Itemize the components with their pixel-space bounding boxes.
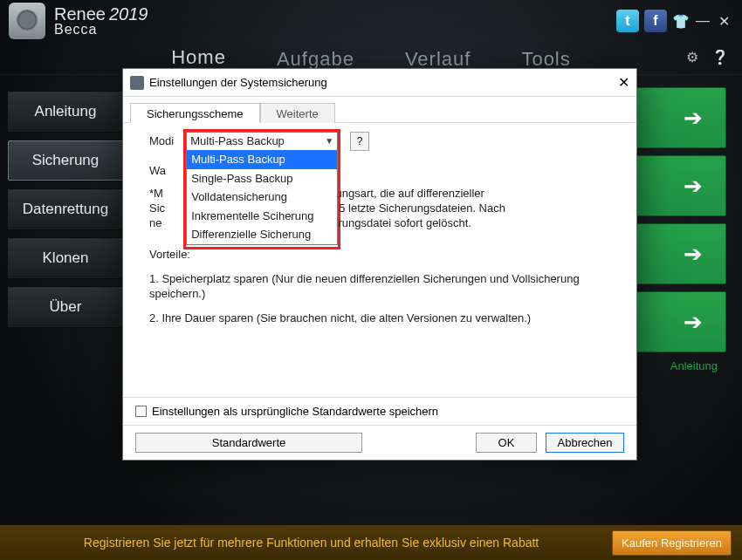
- help-icon[interactable]: ❔: [711, 47, 730, 66]
- app-title-line2: Becca: [54, 23, 148, 37]
- modi-help-button[interactable]: ?: [350, 132, 369, 151]
- modi-label: Modi: [149, 133, 174, 149]
- sidebar-item-datenrettung[interactable]: Datenrettung: [7, 188, 124, 230]
- settings-dialog: Einstellungen der Systemsicherung ✕ Sich…: [122, 68, 637, 461]
- sidebar-item-ueber[interactable]: Über: [7, 286, 124, 328]
- modi-option-inkrementell[interactable]: Inkrementelle Sciherung: [187, 207, 337, 226]
- app-window: Renee2019 Becca t f 👕 — ✕ Home Aufgabe V…: [0, 0, 742, 560]
- dialog-icon: [130, 76, 144, 90]
- dialog-tab-weiterte[interactable]: Weiterte: [260, 103, 335, 123]
- titlebar: Renee2019 Becca t f 👕 — ✕: [0, 0, 742, 42]
- advantage-1: 1. Speicherplatz sparen (Nur die neuen d…: [149, 271, 610, 302]
- twitter-icon[interactable]: t: [616, 10, 639, 32]
- skin-icon[interactable]: 👕: [672, 13, 690, 30]
- brand: Renee: [54, 4, 106, 24]
- app-logo-icon: [9, 3, 45, 39]
- desc-fragment-sic: Sic: [149, 201, 165, 216]
- arrow-right-icon: ➔: [684, 241, 703, 268]
- settings-gear-icon[interactable]: ⚙: [683, 47, 702, 66]
- desc-fragment-ne: ne: [149, 215, 161, 231]
- footer-message: Registrieren Sie jetzt für mehrere Funkt…: [84, 536, 539, 550]
- modi-combobox[interactable]: Multi-Pass Backup ▼: [186, 132, 338, 151]
- modi-option-multipass[interactable]: Multi-Pass Backup: [187, 150, 337, 169]
- dialog-button-row: Standardwerte OK Abbrechen: [123, 425, 636, 460]
- desc-line3-tail: herungsdatei sofort gelöscht.: [326, 215, 471, 231]
- ok-button[interactable]: OK: [476, 433, 537, 453]
- wa-fragment: Wa: [149, 163, 166, 179]
- chevron-down-icon: ▼: [325, 135, 333, 147]
- dialog-close-button[interactable]: ✕: [618, 74, 629, 91]
- cancel-button[interactable]: Abbrechen: [546, 433, 624, 453]
- modi-option-volldaten[interactable]: Volldatensicherung: [187, 188, 337, 207]
- dialog-checkbox-row: Einstellungen als ursprüngliche Standard…: [123, 397, 636, 425]
- desc-line1-tail: erungsart, die auf differenzieller: [326, 186, 484, 201]
- dialog-titlebar: Einstellungen der Systemsicherung ✕: [123, 69, 636, 97]
- desc-fragment-m: *M: [149, 186, 163, 201]
- arrow-right-icon: ➔: [684, 105, 703, 132]
- footer-bar: Registrieren Sie jetzt für mehrere Funkt…: [0, 525, 742, 560]
- close-window-button[interactable]: ✕: [716, 13, 732, 30]
- modi-dropdown: Multi-Pass Backup Single-Pass Backup Vol…: [186, 150, 338, 245]
- modi-option-differenziell[interactable]: Differenzielle Sicherung: [187, 225, 337, 244]
- arrow-right-icon: ➔: [684, 173, 703, 200]
- buy-register-button[interactable]: Kaufen Registrieren: [612, 530, 732, 556]
- combo-value: Multi-Pass Backup: [190, 133, 285, 149]
- save-defaults-label: Einstellungen als ursprüngliche Standard…: [152, 405, 438, 418]
- checkbox-icon: [135, 406, 147, 417]
- dialog-tab-sicherungsscheme[interactable]: Sicherungsscheme: [130, 103, 260, 123]
- modi-option-singlepass[interactable]: Single-Pass Backup: [187, 169, 337, 188]
- dialog-tabs: Sicherungsscheme Weiterte: [123, 97, 636, 123]
- sidebar-item-klonen[interactable]: Klonen: [7, 237, 124, 279]
- minimize-button[interactable]: —: [695, 13, 711, 29]
- sidebar-item-anleitung[interactable]: Anleitung: [7, 91, 124, 133]
- facebook-icon[interactable]: f: [644, 10, 667, 32]
- sidebar-item-sicherung[interactable]: Sicherung: [7, 140, 124, 181]
- advantage-2: 2. Ihre Dauer sparen (Sie brauchen nicht…: [149, 311, 610, 326]
- app-title: Renee2019 Becca: [54, 5, 148, 37]
- brand-year: 2019: [109, 4, 148, 24]
- standardwerte-button[interactable]: Standardwerte: [135, 433, 362, 453]
- dialog-body: Modi Multi-Pass Backup ▼ Multi-Pass Back…: [123, 123, 636, 397]
- desc-line2-tail: ur 5 letzte Sicherungsdateien. Nach: [326, 201, 505, 216]
- dialog-title: Einstellungen der Systemsicherung: [149, 76, 327, 89]
- sidebar: Anleitung Sicherung Datenrettung Klonen …: [0, 75, 131, 525]
- app-title-line1: Renee2019: [54, 5, 148, 23]
- vorteile-heading: Vorteile:: [149, 247, 610, 263]
- save-defaults-checkbox[interactable]: Einstellungen als ursprüngliche Standard…: [135, 405, 438, 418]
- arrow-right-icon: ➔: [684, 309, 703, 336]
